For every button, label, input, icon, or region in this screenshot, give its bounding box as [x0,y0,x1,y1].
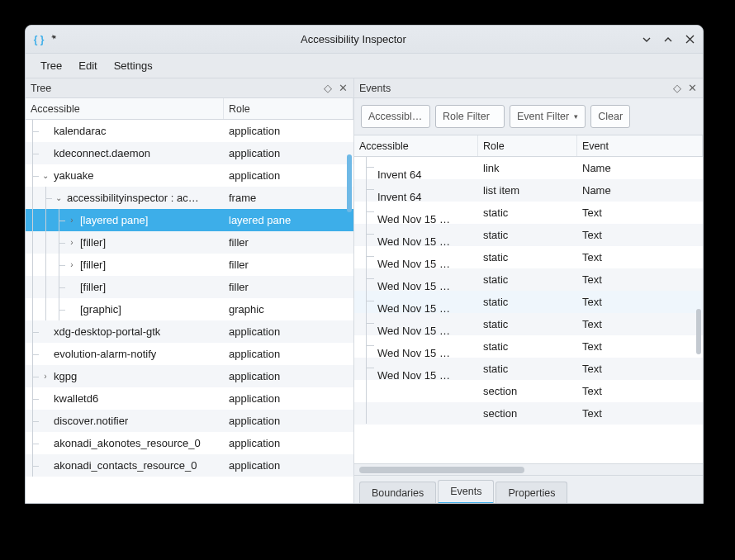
tree-rows[interactable]: kalendaracapplicationkdeconnect.daemonap… [26,120,353,477]
chevron-right-icon[interactable]: › [65,259,78,272]
tree-row[interactable]: ›kgpgapplication [26,365,353,387]
event-row[interactable]: Wed Nov 15 …staticText [354,268,703,291]
event-row[interactable]: Wed Nov 15 …staticText [354,224,703,246]
tree-item-role: application [224,415,353,427]
role-filter[interactable]: Role Filter [435,105,505,128]
chevron-down-icon[interactable]: ⌄ [52,192,65,205]
tree-item-role: graphic [224,303,353,316]
tree-scrollbar[interactable] [347,154,352,212]
tree-row[interactable]: evolution-alarm-notifyapplication [26,343,353,365]
event-row[interactable]: Wed Nov 15 …staticText [354,202,703,224]
tree-branch-icon [359,401,377,424]
event-role: link [478,162,577,174]
event-type: Text [577,206,703,219]
event-type: Text [577,273,703,286]
tree-item-label: akonadi_akonotes_resource_0 [52,437,201,449]
col-role[interactable]: Role [224,98,353,119]
menu-tree[interactable]: Tree [32,56,70,75]
tree-row[interactable]: ⌄accessibilityinspector : ac…frame [26,187,353,209]
tree-row[interactable]: ›[filler]filler [26,254,353,276]
tree-row[interactable]: akonadi_akonotes_resource_0application [26,432,353,454]
close-events-icon[interactable]: ✕ [686,83,698,94]
maximize-button[interactable] [662,33,675,46]
event-role: static [478,273,577,286]
event-row[interactable]: Invent 64list itemName [354,179,703,202]
tree-row[interactable]: xdg-desktop-portal-gtkapplication [26,320,353,343]
tree-item-label: evolution-alarm-notify [52,348,156,360]
filter-bar: Accessibl… Role Filter Event Filter ▾ Cl… [354,98,703,135]
event-row[interactable]: Wed Nov 15 …staticText [354,246,703,268]
event-role: static [478,206,577,219]
event-row[interactable]: Wed Nov 15 …staticText [354,358,703,380]
event-row[interactable]: sectionText [354,380,703,402]
tree-row[interactable]: akonadi_contacts_resource_0application [26,454,353,477]
event-type: Text [577,229,703,241]
menu-edit[interactable]: Edit [70,56,105,75]
tree-row[interactable]: discover.notifierapplication [26,410,353,432]
tree-item-role: filler [224,281,353,293]
col-accessible[interactable]: Accessible [26,98,224,119]
tree-item-role: layered pane [224,214,353,226]
events-v-scrollbar[interactable] [696,309,701,354]
tab-events[interactable]: Events [438,480,494,503]
tree-branch-icon [359,245,377,268]
clear-button[interactable]: Clear [590,105,630,128]
chevron-down-icon: ▾ [574,112,578,121]
tree-branch-icon [359,178,377,201]
events-h-scrollbar[interactable] [354,463,703,475]
events-pane-header: Events ◇ ✕ [354,78,703,98]
evcol-accessible[interactable]: Accessible [354,135,478,156]
close-button[interactable] [683,33,696,46]
tree-row[interactable]: ⌄yakuakeapplication [26,164,353,187]
close-pane-icon[interactable]: ✕ [337,83,349,94]
tree-row[interactable]: kwalletd6application [26,387,353,410]
tabbar: Boundaries Events Properties [354,475,703,503]
chevron-down-icon[interactable]: ⌄ [39,169,52,183]
tree-branch-icon [359,157,377,178]
event-type: Text [577,251,703,263]
tree-row[interactable]: [graphic]graphic [26,298,353,320]
event-rows[interactable]: Invent 64linkNameInvent 64list itemNameW… [354,157,703,463]
float-events-icon[interactable]: ◇ [671,83,683,94]
event-type: Text [577,385,703,397]
chevron-right-icon[interactable]: › [39,370,52,383]
tree-row[interactable]: ›[layered pane]layered pane [26,209,353,231]
tree-row[interactable]: [filler]filler [26,276,353,298]
tab-boundaries[interactable]: Boundaries [359,482,436,503]
evcol-event[interactable]: Event [577,135,703,156]
event-role: static [478,229,577,241]
tree-row[interactable]: kalendaracapplication [26,120,353,142]
event-type: Name [577,162,703,174]
event-role: static [478,318,577,330]
tree-item-role: application [224,437,353,449]
tree-row[interactable]: ›[filler]filler [26,231,353,254]
pin-icon[interactable] [49,33,62,46]
float-pane-icon[interactable]: ◇ [322,83,334,94]
tree-item-role: application [224,125,353,137]
evcol-role[interactable]: Role [478,135,577,156]
event-row[interactable]: Wed Nov 15 …staticText [354,291,703,313]
event-row[interactable]: Invent 64linkName [354,157,703,179]
event-type: Text [577,363,703,375]
event-filter-dropdown[interactable]: Event Filter ▾ [510,105,586,128]
event-row[interactable]: Wed Nov 15 …staticText [354,335,703,358]
titlebar[interactable]: { } Accessibility Inspector [26,26,703,54]
accessible-filter[interactable]: Accessibl… [361,105,430,128]
tab-properties[interactable]: Properties [496,482,567,503]
tree-item-label: [layered pane] [78,214,148,226]
minimize-button[interactable] [640,33,653,46]
tree-row[interactable]: kdeconnect.daemonapplication [26,142,353,164]
events-column-headers: Accessible Role Event [354,135,703,157]
tree-branch-icon [359,335,377,357]
event-row[interactable]: sectionText [354,402,703,425]
event-row[interactable]: Wed Nov 15 …staticText [354,313,703,335]
tree-item-label: [filler] [78,281,106,293]
event-role: section [478,407,577,420]
chevron-right-icon[interactable]: › [65,214,78,227]
tree-branch-icon [359,223,377,245]
menu-settings[interactable]: Settings [106,56,161,75]
tree-item-role: application [224,325,353,338]
tree-item-label: kdeconnect.daemon [52,147,150,159]
event-role: section [478,385,577,397]
chevron-right-icon[interactable]: › [65,236,78,249]
